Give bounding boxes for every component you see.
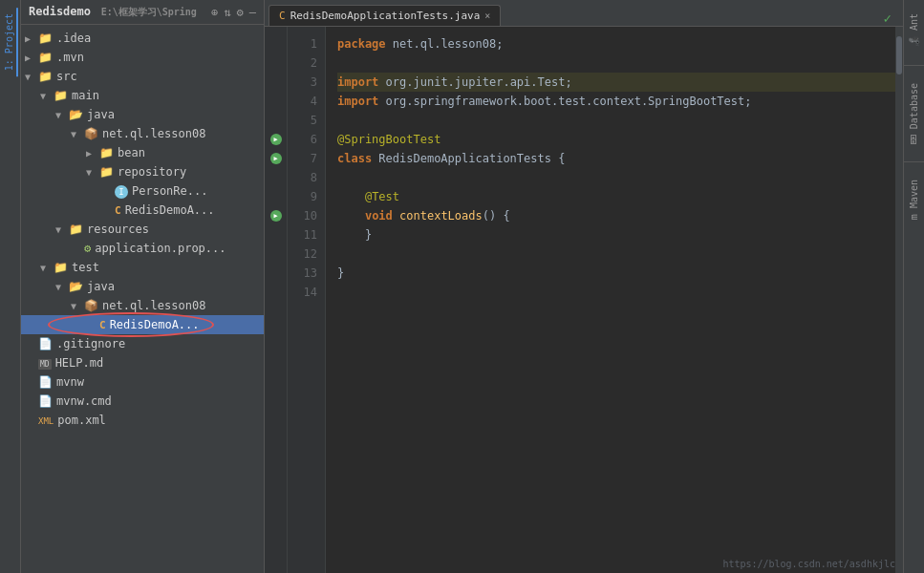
tree-item-mvnw.cmd[interactable]: 📄 mvnw.cmd <box>21 392 264 411</box>
item-icon: 📁 <box>38 32 53 45</box>
tree-item-main[interactable]: ▼ 📁 main <box>21 86 264 105</box>
gutter-area: ▶▶▶ <box>265 27 288 573</box>
code-line-14[interactable] <box>337 283 895 302</box>
tree-item-repository[interactable]: ▼ 📁 repository <box>21 162 264 181</box>
code-line-4[interactable]: import org.springframework.boot.test.con… <box>337 92 895 111</box>
file-icon: 📄 <box>38 394 53 408</box>
package-icon: 📦 <box>84 127 98 140</box>
token-pkg: () { <box>483 206 510 225</box>
gutter-line-2 <box>265 53 287 73</box>
tree-item-RedisDemoA-test[interactable]: C RedisDemoA... <box>21 315 264 334</box>
token-kw: package <box>337 34 386 53</box>
line-num-5: 5 <box>288 111 325 130</box>
tree-item-HELP.md[interactable]: MD HELP.md <box>21 353 264 372</box>
watermark: https://blog.csdn.net/asdhkjlc <box>722 559 895 569</box>
tree-arrow: ▶ <box>86 148 99 159</box>
item-label: java <box>87 280 115 293</box>
locate-icon[interactable]: ⊕ <box>211 6 218 19</box>
code-area[interactable]: package net.ql.lesson08;import org.junit… <box>326 27 895 573</box>
tree-item-resources[interactable]: ▼ 📁 resources <box>21 220 264 239</box>
project-tab[interactable]: 1: Project <box>2 8 18 76</box>
tree-arrow: ▶ <box>25 33 38 44</box>
tree-arrow: ▼ <box>55 110 69 120</box>
token-pkg <box>337 206 365 225</box>
file-icon: 📄 <box>38 375 53 389</box>
token-kw: class <box>337 149 372 168</box>
code-line-6[interactable]: @SpringBootTest <box>337 130 895 149</box>
database-tab[interactable]: 🗄 Database <box>907 77 922 150</box>
run-icon-10[interactable]: ▶ <box>270 210 282 222</box>
gutter-line-14 <box>265 283 287 302</box>
folder-icon: 📁 <box>38 70 53 83</box>
item-label: application.prop... <box>95 242 226 255</box>
item-icon: C <box>99 318 106 331</box>
code-line-12[interactable] <box>337 244 895 264</box>
ant-tab[interactable]: 🐜 Ant <box>907 8 921 53</box>
editor-tab-active[interactable]: C RedisDemoApplicationTests.java × <box>269 5 501 26</box>
item-icon: C <box>115 203 121 217</box>
item-icon: 📄 <box>38 394 53 408</box>
tree-item-java[interactable]: ▼ 📂 java <box>21 105 264 124</box>
editor-tabs: C RedisDemoApplicationTests.java × ✓ <box>265 0 903 27</box>
code-line-13[interactable]: } <box>337 264 895 283</box>
maven-tab[interactable]: m Maven <box>907 174 921 225</box>
java-folder-icon: 📂 <box>69 108 83 121</box>
left-side-tabs: 1: Project <box>0 0 21 573</box>
minimize-icon[interactable]: — <box>249 6 256 19</box>
settings-icon[interactable]: ⚙ <box>237 6 244 19</box>
folder-icon: 📁 <box>99 165 114 179</box>
tree-item-mvn[interactable]: ▶ 📁 .mvn <box>21 48 264 67</box>
code-line-10[interactable]: void contextLoads() { <box>337 206 895 225</box>
line-num-3: 3 <box>288 73 325 92</box>
tree-item-PersonRe[interactable]: I PersonRe... <box>21 181 264 201</box>
tree-item-application.prop[interactable]: ⚙ application.prop... <box>21 239 264 258</box>
tree-item-java-test[interactable]: ▼ 📂 java <box>21 277 264 296</box>
item-icon: 📄 <box>38 375 53 389</box>
run-icon-6[interactable]: ▶ <box>270 134 282 145</box>
tree-arrow: ▼ <box>71 301 84 311</box>
tree-item-net.ql.lesson08[interactable]: ▼ 📦 net.ql.lesson08 <box>21 124 264 143</box>
tree-item-pom.xml[interactable]: XML pom.xml <box>21 411 264 430</box>
tree-arrow: ▼ <box>40 91 54 101</box>
item-icon: 📦 <box>84 127 98 140</box>
editor-content: ▶▶▶ 1234567891011121314 package net.ql.l… <box>265 27 903 573</box>
interface-icon: I <box>115 185 128 199</box>
token-pkg <box>337 187 365 206</box>
item-icon: 📂 <box>69 108 83 121</box>
folder-icon: 📁 <box>69 223 83 236</box>
package-icon: 📦 <box>84 299 98 312</box>
item-label: test <box>72 261 99 274</box>
tab-close-btn[interactable]: × <box>484 11 490 21</box>
code-line-8[interactable] <box>337 168 895 187</box>
line-num-12: 12 <box>288 244 325 264</box>
gutter-line-8 <box>265 168 287 187</box>
token-fn: contextLoads <box>399 206 483 225</box>
item-icon: 📁 <box>54 89 68 102</box>
tree-item-RedisDemoA-main[interactable]: C RedisDemoA... <box>21 201 264 220</box>
tree-item-idea[interactable]: ▶ 📁 .idea <box>21 29 264 48</box>
code-line-7[interactable]: class RedisDemoApplicationTests { <box>337 149 895 168</box>
scroll-indicator[interactable] <box>895 27 903 573</box>
tree-item-net.ql.lesson08-test[interactable]: ▼ 📦 net.ql.lesson08 <box>21 296 264 315</box>
code-line-1[interactable]: package net.ql.lesson08; <box>337 34 895 53</box>
tree-arrow: ▶ <box>25 53 38 63</box>
code-line-5[interactable] <box>337 111 895 130</box>
run-icon-7[interactable]: ▶ <box>270 153 282 164</box>
item-icon: ⚙ <box>84 242 91 255</box>
code-line-2[interactable] <box>337 53 895 73</box>
tree-item-test[interactable]: ▼ 📁 test <box>21 258 264 277</box>
code-line-9[interactable]: @Test <box>337 187 895 206</box>
gutter-line-11 <box>265 225 287 244</box>
tree-arrow: ▼ <box>25 72 38 82</box>
tree-item-.gitignore[interactable]: 📄 .gitignore <box>21 334 264 353</box>
tree-item-src[interactable]: ▼ 📁 src <box>21 67 264 86</box>
folder-icon: 📁 <box>38 51 53 64</box>
code-line-3[interactable]: import org.junit.jupiter.api.Test; <box>337 73 895 92</box>
item-label: main <box>72 89 99 102</box>
tree-item-mvnw[interactable]: 📄 mvnw <box>21 372 264 392</box>
sort-icon[interactable]: ⇅ <box>224 6 230 19</box>
code-line-11[interactable]: } <box>337 225 895 244</box>
item-label: net.ql.lesson08 <box>102 127 205 140</box>
tree-item-bean[interactable]: ▶ 📁 bean <box>21 143 264 162</box>
gutter-line-1 <box>265 34 287 53</box>
